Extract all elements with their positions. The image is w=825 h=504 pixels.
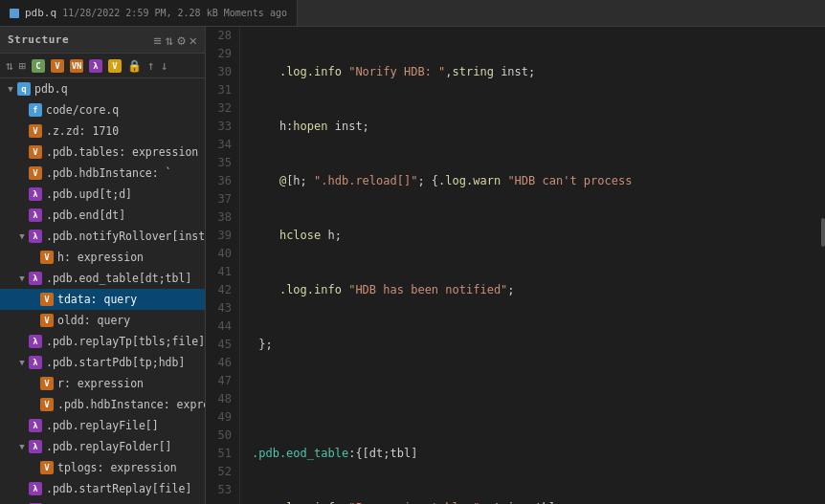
tree-item-pdb-startpdb[interactable]: ▼ λ .pdb.startPdb[tp;hdb] xyxy=(0,352,205,373)
badge-pdb-upd: λ xyxy=(29,187,42,201)
tab-meta: 11/28/2022 2:59 PM, 2.28 kB Moments ago xyxy=(62,8,287,18)
tree-item-tplogs-expr[interactable]: V tplogs: expression xyxy=(0,457,205,478)
main-area: Structure ≡ ⇅ ⚙ ✕ ⇅ ⊞ C V VN λ V 🔒 ↑ ↓ ▼ xyxy=(0,27,825,504)
label-pdb-hdbinstance2: .pdb.hdbInstance: expression xyxy=(57,398,205,411)
label-oldd-query: oldd: query xyxy=(57,314,130,327)
tree-item-oldd-query[interactable]: V oldd: query xyxy=(0,310,205,331)
tab-pdb-q[interactable]: pdb.q 11/28/2022 2:59 PM, 2.28 kB Moment… xyxy=(0,0,298,26)
tree-item-zzd[interactable]: V .z.zd: 1710 xyxy=(0,121,205,142)
line-numbers: 28 29 30 31 32 33 34 35 36 37 38 39 40 4… xyxy=(206,27,240,504)
arrow-down-icon[interactable]: ↓ xyxy=(161,58,168,73)
code-line-28: .log.info "Norify HDB: ",string inst; xyxy=(252,63,819,81)
v2-badge: V xyxy=(108,59,122,73)
badge-pdb-replayfile: λ xyxy=(29,419,42,432)
collapse-icon[interactable]: ⇅ xyxy=(166,33,173,47)
code-editor[interactable]: .log.info "Norify HDB: ",string inst; h:… xyxy=(240,27,819,504)
sidebar-header: Structure ≡ ⇅ ⚙ ✕ xyxy=(0,27,205,54)
tree-item-pdb-notifyrollover[interactable]: ▼ λ .pdb.notifyRollover[inst] xyxy=(0,226,205,247)
tree-item-code-core-q[interactable]: f code/core.q xyxy=(0,99,205,121)
tree-item-pdb-q[interactable]: ▼ q pdb.q xyxy=(0,78,205,99)
label-pdb-replayfile: .pdb.replayFile[] xyxy=(46,419,159,432)
lambda-badge: λ xyxy=(89,59,102,73)
toggle-pdb-q[interactable]: ▼ xyxy=(4,84,17,94)
label-tplogs-expr: tplogs: expression xyxy=(57,461,177,474)
sidebar-tree[interactable]: ▼ q pdb.q f code/core.q V .z.zd: 1710 V … xyxy=(0,78,205,504)
tree-item-pdb-replaytp[interactable]: λ .pdb.replayTp[tbls;file] xyxy=(0,331,205,352)
code-line-30: @[h; ".hdb.reload[]"; {.log.warn "HDB ca… xyxy=(252,172,819,190)
label-pdb-eod-table: .pdb.eod_table[dt;tbl] xyxy=(46,272,191,285)
label-pdb-replaytp: .pdb.replayTp[tbls;file] xyxy=(46,335,205,348)
code-line-35: .pdb.eod_table:{[dt;tbl] xyxy=(252,445,819,463)
label-pdb-q: pdb.q xyxy=(34,82,68,96)
sidebar-title: Structure xyxy=(8,33,69,46)
label-pdb-replayfolder: .pdb.replayFolder[] xyxy=(46,440,172,453)
badge-tdata-query: V xyxy=(40,293,54,306)
label-pdb-upd: .pdb.upd[t;d] xyxy=(46,187,132,201)
c-badge: C xyxy=(32,59,45,73)
badge-pdb-eod-table: λ xyxy=(29,272,42,285)
badge-pdb-replayfolder: λ xyxy=(29,440,42,453)
code-line-36: .log.info "Processing table ",string tbl… xyxy=(252,499,819,504)
badge-pdb-startpdb: λ xyxy=(29,356,42,369)
tree-item-pdb-end[interactable]: λ .pdb.end[dt] xyxy=(0,205,205,226)
label-pdb-startpdb: .pdb.startPdb[tp;hdb] xyxy=(46,356,185,369)
editor-panel: 28 29 30 31 32 33 34 35 36 37 38 39 40 4… xyxy=(206,27,825,504)
label-pdb-end: .pdb.end[dt] xyxy=(46,208,125,222)
code-line-32: .log.info "HDB has been notified"; xyxy=(252,281,819,299)
label-tdata-query: tdata: query xyxy=(57,293,137,306)
lock-icon: 🔒 xyxy=(127,59,142,73)
tree-item-pdb-upd[interactable]: λ .pdb.upd[t;d] xyxy=(0,184,205,205)
v-badge: V xyxy=(51,59,64,73)
sidebar-panel: Structure ≡ ⇅ ⚙ ✕ ⇅ ⊞ C V VN λ V 🔒 ↑ ↓ ▼ xyxy=(0,27,206,504)
close-panel-icon[interactable]: ✕ xyxy=(190,33,197,47)
sort-icon[interactable]: ≡ xyxy=(153,33,161,47)
badge-pdb-end: λ xyxy=(29,208,42,222)
badge-code-core-q: f xyxy=(29,103,42,117)
sidebar-actions: ≡ ⇅ ⚙ ✕ xyxy=(153,33,197,47)
badge-tplogs-expr: V xyxy=(40,461,54,474)
code-line-29: h:hopen inst; xyxy=(252,118,819,136)
scroll-thumb xyxy=(821,218,825,247)
tree-item-upd-t-d[interactable]: λ upd[t;d] xyxy=(0,499,205,504)
tree-item-pdb-tables[interactable]: V .pdb.tables: expression xyxy=(0,142,205,163)
tree-item-tdata-query[interactable]: V tdata: query xyxy=(0,289,205,310)
table-icon[interactable]: ⊞ xyxy=(19,59,26,73)
code-line-33: }; xyxy=(252,336,819,354)
badge-pdb-tables: V xyxy=(29,145,42,159)
settings-icon[interactable]: ⚙ xyxy=(177,33,185,47)
tree-item-pdb-replayfile[interactable]: λ .pdb.replayFile[] xyxy=(0,415,205,436)
badge-pdb-hdbinstance2: V xyxy=(40,398,54,411)
label-zzd: .z.zd: 1710 xyxy=(46,124,119,138)
editor-content[interactable]: 28 29 30 31 32 33 34 35 36 37 38 39 40 4… xyxy=(206,27,825,504)
label-r-expr: r: expression xyxy=(57,377,144,390)
tree-item-pdb-eod-table[interactable]: ▼ λ .pdb.eod_table[dt;tbl] xyxy=(0,268,205,289)
label-pdb-startreplay: .pdb.startReplay[file] xyxy=(46,482,191,495)
badge-zzd: V xyxy=(29,124,42,138)
tree-item-pdb-hdbinstance2[interactable]: V .pdb.hdbInstance: expression xyxy=(0,394,205,415)
tab-file-icon xyxy=(10,9,19,18)
badge-pdb-startreplay: λ xyxy=(29,482,42,495)
badge-pdb-notifyrollover: λ xyxy=(29,230,42,243)
vn-badge: VN xyxy=(70,59,83,73)
sidebar-toolbar: ⇅ ⊞ C V VN λ V 🔒 ↑ ↓ xyxy=(0,54,205,78)
label-pdb-hdbinstance: .pdb.hdbInstance: ` xyxy=(46,166,172,180)
label-pdb-notifyrollover: .pdb.notifyRollover[inst] xyxy=(46,230,205,243)
code-line-31: hclose h; xyxy=(252,227,819,245)
tree-item-pdb-replayfolder[interactable]: ▼ λ .pdb.replayFolder[] xyxy=(0,436,205,457)
tree-item-r-expr[interactable]: V r: expression xyxy=(0,373,205,394)
badge-pdb-replaytp: λ xyxy=(29,335,42,348)
tree-item-pdb-hdbinstance[interactable]: V .pdb.hdbInstance: ` xyxy=(0,163,205,184)
tab-filename: pdb.q xyxy=(25,7,56,19)
label-code-core-q: code/core.q xyxy=(46,103,119,117)
badge-pdb-hdbinstance: V xyxy=(29,166,42,180)
tree-item-pdb-startreplay[interactable]: λ .pdb.startReplay[file] xyxy=(0,478,205,499)
arrow-up-icon[interactable]: ↑ xyxy=(147,58,155,73)
badge-oldd-query: V xyxy=(40,314,54,327)
sort-alpha-icon[interactable]: ⇅ xyxy=(6,58,13,73)
tree-item-h-expr[interactable]: V h: expression xyxy=(0,247,205,268)
label-h-expr: h: expression xyxy=(57,251,144,264)
tab-bar: pdb.q 11/28/2022 2:59 PM, 2.28 kB Moment… xyxy=(0,0,825,27)
badge-pdb-q: q xyxy=(17,82,31,96)
label-pdb-tables: .pdb.tables: expression xyxy=(46,145,198,159)
badge-r-expr: V xyxy=(40,377,54,390)
